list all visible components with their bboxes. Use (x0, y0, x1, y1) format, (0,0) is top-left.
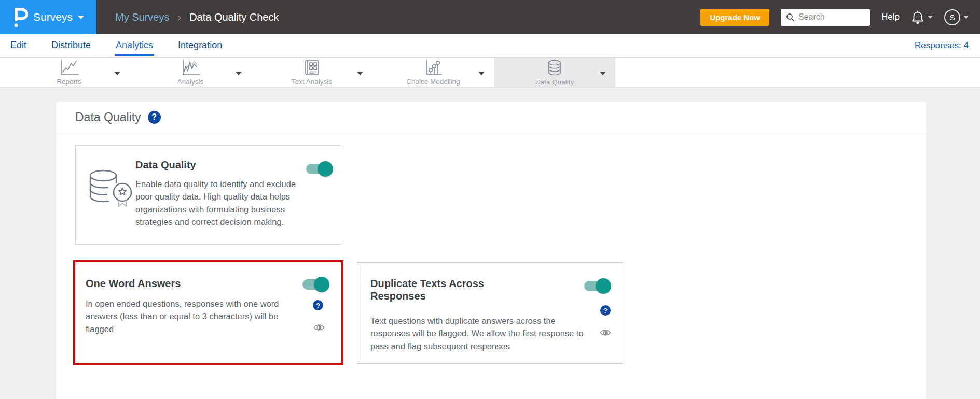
avatar: S (944, 9, 960, 25)
toolbar-item-label: Data Quality (535, 78, 574, 86)
database-badge-icon (86, 167, 140, 212)
one-word-answers-toggle[interactable] (302, 277, 329, 292)
page-title: Data Quality (75, 110, 141, 124)
chevron-down-icon[interactable] (600, 72, 606, 75)
preview-eye-icon[interactable] (600, 329, 611, 337)
multi-line-chart-icon (181, 59, 200, 76)
data-quality-panel: Data Quality ? Data Quality (56, 102, 926, 399)
chevron-down-icon[interactable] (478, 72, 485, 75)
top-bar: Surveys My Surveys › Data Quality Check … (0, 0, 980, 34)
breadcrumb-my-surveys[interactable]: My Surveys (115, 11, 169, 23)
tab-analytics[interactable]: Analytics (115, 35, 154, 56)
help-question-icon[interactable]: ? (313, 300, 323, 310)
card-title: One Word Answers (86, 278, 181, 290)
chevron-down-icon[interactable] (357, 72, 363, 75)
duplicate-texts-toggle[interactable] (584, 278, 611, 294)
toggle-knob (596, 278, 611, 294)
toggle-knob (318, 161, 333, 177)
toolbar-item-analysis[interactable]: Analysis (130, 58, 251, 87)
breadcrumb-current: Data Quality Check (189, 11, 279, 23)
bell-icon (911, 10, 924, 25)
card-description: Enable data quality to identify and excl… (135, 178, 313, 229)
chevron-down-icon (928, 16, 933, 19)
data-quality-toggle[interactable] (306, 161, 333, 177)
survey-tab-bar: Edit Distribute Analytics Integration Re… (0, 34, 980, 57)
toolbar-item-label: Choice Modelling (406, 78, 460, 86)
toolbar-item-reports[interactable]: Reports (8, 58, 130, 87)
toolbar-item-text-analysis[interactable]: Text Analysis (251, 58, 372, 87)
brand-label: Surveys (33, 11, 73, 23)
breadcrumb: My Surveys › Data Quality Check (115, 11, 279, 23)
search-icon (786, 13, 795, 22)
report-document-icon (303, 59, 320, 76)
toolbar-item-label: Analysis (177, 78, 203, 86)
card-description: In open ended questions, responses with … (86, 297, 306, 335)
analytics-toolbar: Reports Analysis (0, 57, 980, 88)
responses-count: Responses: 4 (915, 40, 969, 51)
notifications-button[interactable] (911, 10, 933, 25)
breadcrumb-separator: › (177, 11, 181, 23)
card-one-word-answers: One Word Answers In open ended questions… (73, 260, 343, 365)
toolbar-item-choice-modelling[interactable]: Choice Modelling (372, 58, 494, 87)
database-icon (546, 59, 563, 77)
chevron-down-icon[interactable] (236, 72, 242, 75)
help-question-icon[interactable]: ? (600, 305, 611, 316)
tab-edit[interactable]: Edit (9, 35, 27, 56)
card-data-quality: Data Quality Enable data quality to iden… (75, 145, 341, 245)
card-title: Data Quality (135, 159, 196, 171)
toggle-knob (314, 277, 329, 292)
tab-distribute[interactable]: Distribute (50, 35, 92, 56)
questionpro-logo-icon (12, 6, 28, 28)
card-description: Text questions with duplicate answers ac… (370, 315, 595, 352)
chevron-down-icon (78, 16, 84, 19)
surveys-menu-button[interactable]: Surveys (0, 0, 96, 34)
tab-integration[interactable]: Integration (177, 35, 223, 56)
account-menu[interactable]: S (944, 9, 969, 25)
chevron-down-icon (963, 16, 969, 19)
upgrade-now-button[interactable]: Upgrade Now (700, 9, 769, 26)
toolbar-item-label: Reports (57, 78, 81, 86)
line-chart-icon (59, 59, 79, 76)
toolbar-item-data-quality[interactable]: Data Quality (494, 58, 615, 87)
chevron-down-icon[interactable] (114, 72, 120, 75)
help-link[interactable]: Help (881, 12, 900, 22)
bubble-chart-icon (424, 59, 443, 76)
card-title: Duplicate Texts Across Responses (370, 277, 516, 302)
search-input[interactable] (798, 12, 861, 22)
preview-eye-icon[interactable] (313, 323, 325, 332)
panel-header: Data Quality ? (56, 102, 926, 133)
card-duplicate-texts: Duplicate Texts Across Responses ? Text … (357, 262, 623, 364)
help-question-icon[interactable]: ? (148, 111, 161, 124)
header-actions: Upgrade Now Help S (700, 9, 980, 26)
toolbar-item-label: Text Analysis (292, 78, 332, 86)
app-window: Surveys My Surveys › Data Quality Check … (0, 0, 980, 399)
search-box[interactable] (781, 9, 870, 26)
